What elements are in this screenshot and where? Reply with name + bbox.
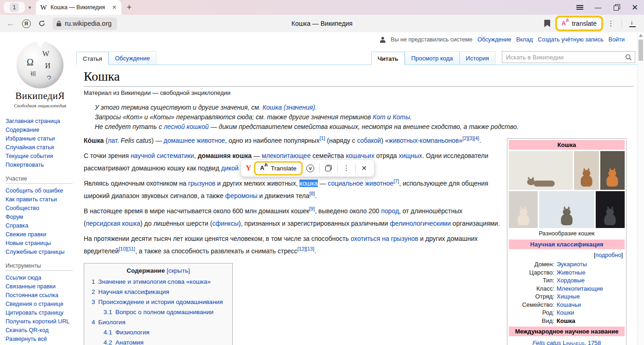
window-close-button[interactable]: ✕ bbox=[626, 0, 644, 15]
address-bar[interactable]: ru.wikipedia.org bbox=[52, 18, 117, 30]
reference-link[interactable]: [12][13] bbox=[298, 246, 315, 251]
personal-link-login[interactable]: Войти bbox=[609, 36, 625, 43]
article-link[interactable]: пород bbox=[381, 207, 399, 215]
sidebar-link[interactable]: Сообщить об ошибке bbox=[6, 188, 72, 194]
classification-link[interactable]: Эукариоты bbox=[557, 260, 587, 269]
article-link[interactable]: хищных bbox=[399, 152, 422, 159]
yandex-browser-icon[interactable]: Я bbox=[18, 17, 34, 30]
article-link[interactable]: охотиться на грызунов bbox=[351, 235, 418, 242]
sidebar-link[interactable]: Связанные правки bbox=[6, 284, 72, 290]
sidebar-link[interactable]: Избранные статьи bbox=[6, 136, 72, 142]
classification-link[interactable]: Кошки bbox=[557, 309, 574, 317]
classification-link[interactable]: Животные bbox=[557, 269, 586, 277]
reload-icon[interactable] bbox=[34, 17, 50, 30]
classification-link[interactable]: Хордовые bbox=[557, 276, 585, 285]
toolbar-translate-button[interactable]: Aあ translate bbox=[557, 18, 601, 29]
popup-more-dots-icon[interactable]: ⋮ bbox=[340, 162, 352, 174]
article-link[interactable]: сфинксы bbox=[212, 220, 238, 227]
sidebar-link[interactable]: Служебные страницы bbox=[6, 249, 72, 255]
personal-link-talk[interactable]: Обсуждение bbox=[477, 36, 511, 43]
tab-article[interactable]: Статья bbox=[76, 52, 109, 65]
popup-translate-button[interactable]: Aあ Translate bbox=[255, 163, 301, 174]
new-tab-button[interactable]: + bbox=[127, 3, 132, 12]
sidebar-link[interactable]: Случайная статья bbox=[6, 145, 72, 151]
sidebar-link[interactable]: Справка bbox=[6, 223, 72, 229]
tab-read[interactable]: Читать bbox=[371, 52, 405, 65]
scrollbar-thumb[interactable] bbox=[638, 40, 643, 61]
tab-counter-button[interactable]: 1 bbox=[4, 2, 25, 13]
back-button[interactable]: ← bbox=[3, 17, 18, 30]
classification-header[interactable]: Научная классификация bbox=[509, 240, 625, 249]
article-link[interactable]: Кот bbox=[373, 113, 385, 121]
personal-link-create-account[interactable]: Создать учётную запись bbox=[538, 36, 604, 43]
toc-item[interactable]: 2Научная классификация bbox=[92, 287, 225, 297]
tab-discussion[interactable]: Обсуждение bbox=[109, 51, 156, 64]
window-minimize-button[interactable]: — bbox=[589, 0, 607, 15]
toc-item[interactable]: 1Значение и этимология слова «кошка» bbox=[92, 277, 225, 287]
abyssinian-cat-photo[interactable] bbox=[574, 151, 598, 190]
article-link[interactable]: лат. bbox=[108, 137, 119, 144]
sidebar-link[interactable]: Новые страницы bbox=[6, 240, 72, 246]
grey-cat-dark-photo[interactable] bbox=[596, 191, 625, 228]
tab-history[interactable]: История bbox=[460, 51, 495, 64]
article-link[interactable]: кошачьих bbox=[346, 152, 374, 159]
sidebar-link[interactable]: Ссылки сюда bbox=[6, 275, 72, 281]
article-link[interactable]: млекопитающее bbox=[262, 152, 311, 159]
wiki-search-input[interactable] bbox=[506, 54, 625, 61]
article-link[interactable]: научной систематики bbox=[131, 152, 194, 159]
tab-view-source[interactable]: Просмотр кода bbox=[405, 51, 460, 64]
article-link[interactable]: персидская кошка bbox=[86, 220, 140, 227]
article-link[interactable]: Коты bbox=[393, 113, 410, 121]
classification-link[interactable]: Млекопитающие bbox=[557, 285, 603, 293]
article-link[interactable]: , 1758 bbox=[584, 339, 601, 345]
article-link[interactable]: Кошка (значения) bbox=[263, 104, 315, 111]
classification-link[interactable]: Кошачьи bbox=[557, 301, 581, 309]
popup-close-icon[interactable]: ✕ bbox=[358, 162, 370, 174]
personal-link-contribs[interactable]: Вклад bbox=[516, 36, 533, 43]
bookmark-icon[interactable] bbox=[540, 17, 555, 30]
window-restore-button[interactable] bbox=[607, 0, 626, 15]
sidebar-link[interactable]: Сведения о странице bbox=[6, 301, 72, 307]
browser-tab-active[interactable]: W Кошка — Википедия ✕ bbox=[36, 0, 121, 15]
article-link[interactable]: грызунов bbox=[188, 180, 215, 187]
sidebar-link[interactable]: Развернуть всё bbox=[6, 336, 72, 342]
scrollbar-up-arrow[interactable] bbox=[639, 34, 643, 37]
sidebar-link[interactable]: Текущие события bbox=[6, 153, 72, 159]
sidebar-link[interactable]: Цитировать страницу bbox=[6, 310, 72, 316]
reference-link[interactable]: [10][11] bbox=[119, 246, 135, 251]
toc-hide-link[interactable]: [скрыть] bbox=[167, 267, 190, 274]
wikipedia-logo[interactable]: ΩWИ袓ゥ ВикипедиЯ Свободная энциклопедия bbox=[6, 41, 75, 108]
sidebar-link[interactable]: Скачать QR-код bbox=[6, 327, 72, 333]
toc-item[interactable]: 4.1Физиология bbox=[92, 327, 225, 338]
sidebar-link[interactable]: Сообщество bbox=[6, 205, 72, 211]
reference-link[interactable]: [7] bbox=[393, 178, 399, 184]
article-link[interactable]: Linnaeus bbox=[563, 339, 584, 345]
article-link[interactable]: фелинологическими bbox=[390, 220, 451, 227]
yandex-search-icon[interactable]: Y bbox=[246, 164, 251, 173]
reference-link[interactable]: [8] bbox=[309, 191, 315, 196]
toc-item[interactable]: 4Биология bbox=[92, 317, 225, 327]
tab-close-icon[interactable]: ✕ bbox=[112, 4, 116, 11]
search-icon[interactable] bbox=[625, 54, 632, 61]
copy-icon[interactable] bbox=[322, 162, 334, 174]
detail-link[interactable]: [подробно] bbox=[509, 251, 625, 260]
page-scrollbar[interactable] bbox=[637, 32, 644, 345]
download-icon[interactable] bbox=[625, 17, 640, 30]
sidebar-link[interactable]: Заглавная страница bbox=[6, 118, 72, 124]
toc-item[interactable]: 4.2Анатомия bbox=[92, 338, 225, 345]
article-link[interactable]: социальное животное bbox=[328, 180, 394, 187]
article-link[interactable]: . bbox=[315, 104, 317, 111]
sidebar-link[interactable]: Содержание bbox=[6, 127, 72, 133]
sidebar-link[interactable]: Получить короткий URL bbox=[6, 319, 72, 325]
classification-link[interactable]: Хищные bbox=[557, 292, 580, 301]
circle-v-icon[interactable]: V bbox=[305, 162, 316, 174]
toc-item[interactable]: 3.1Вопрос о полном одомашнивании bbox=[92, 307, 225, 317]
sidebar-link[interactable]: Постоянная ссылка bbox=[6, 292, 72, 298]
article-link[interactable]: животных-компаньонов bbox=[389, 137, 459, 144]
tab-list-chevron-icon[interactable]: ▾ bbox=[29, 5, 31, 11]
sidebar-link[interactable]: Свежие правки bbox=[6, 232, 72, 238]
tabby-cat-lying-photo[interactable] bbox=[509, 151, 573, 190]
sidebar-link[interactable]: Форум bbox=[6, 214, 72, 220]
toc-item[interactable]: 3Происхождение и история одомашнивания bbox=[92, 297, 225, 307]
article-link[interactable]: собакой bbox=[357, 137, 381, 144]
